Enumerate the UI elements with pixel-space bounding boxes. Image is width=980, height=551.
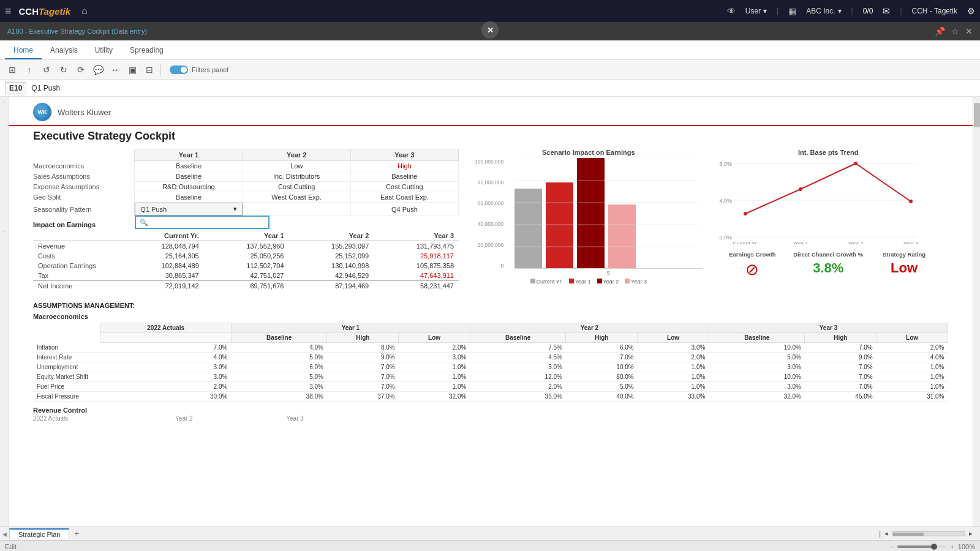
- table-row: Operation Earnings 102,884,489 112,502,7…: [33, 261, 459, 271]
- toolbar-grid-btn[interactable]: ⊞: [5, 62, 20, 77]
- tab-home[interactable]: Home: [5, 42, 42, 59]
- bar-chart-container: Scenario Impact on Earnings 100,000,000 …: [469, 149, 709, 293]
- grid-icon[interactable]: ▦: [788, 6, 796, 16]
- toolbar-refresh-btn[interactable]: ↻: [56, 62, 71, 77]
- tab-utility[interactable]: Utility: [86, 42, 121, 59]
- toolbar-upload-btn[interactable]: ↑: [22, 62, 37, 77]
- seasonality-dropdown-cell[interactable]: Q1 Push ▾: [135, 203, 243, 216]
- bar-year3: [608, 204, 636, 268]
- year1-header: Year 1: [135, 149, 243, 161]
- cch-tagetik-link[interactable]: CCH - Tagetik: [912, 7, 957, 15]
- macroeconomics-label: Macroeconomics: [33, 313, 948, 320]
- svg-text:0.0%: 0.0%: [719, 234, 732, 241]
- add-sheet-button[interactable]: +: [70, 528, 83, 539]
- assumptions-table: 2022 Actuals Year 1 Year 2 Year 3 Baseli…: [33, 323, 948, 402]
- status-bar: Edit − + 100%: [0, 540, 980, 551]
- status-label: Edit: [5, 543, 17, 550]
- year3-header: Year 3: [350, 149, 458, 161]
- star-button[interactable]: ☆: [951, 26, 959, 36]
- line-chart-title: Int. Base pts Trend: [715, 149, 943, 156]
- legend-item-y3: Year 3: [625, 279, 647, 285]
- line-chart-svg: 8.0% 4.0% 0.0%: [715, 159, 923, 244]
- zoom-minus-btn[interactable]: −: [890, 543, 894, 550]
- cell-reference[interactable]: E10: [5, 82, 26, 94]
- cell-y2-macro: Low: [243, 161, 350, 171]
- menu-icon[interactable]: ≡: [5, 5, 12, 18]
- zoom-plus-btn[interactable]: +: [950, 543, 954, 550]
- company-dropdown[interactable]: ABC Inc. ▾: [806, 7, 841, 15]
- kpi-direct-channel: Direct Channel Growth % 3.8%: [790, 251, 866, 279]
- left-column: Year 1 Year 2 Year 3 Macroeconomics Base…: [33, 149, 459, 293]
- user-dropdown[interactable]: User ▾: [745, 7, 767, 15]
- toolbar-separator: [160, 64, 161, 76]
- counter-badge: 0/0: [863, 7, 873, 15]
- impact-section: Impact on Earnings Current Yr. Year 1 Ye…: [33, 221, 459, 291]
- svg-text:Year 3: Year 3: [903, 241, 918, 244]
- tab-spreading[interactable]: Spreading: [121, 42, 172, 59]
- settings-icon[interactable]: ⚙: [967, 6, 975, 16]
- document-scroll-area[interactable]: WK Wolters Kluwer Executive Strategy Coc…: [9, 97, 973, 527]
- legend-item-y1: Year 1: [569, 279, 591, 285]
- close-dialog-button[interactable]: ✕: [481, 21, 499, 39]
- table-row: Tax 30,865,347 42,751,027 42,946,529 47,…: [33, 271, 459, 281]
- toolbar-expand-btn[interactable]: ↔: [108, 62, 123, 77]
- charts-column: Scenario Impact on Earnings 100,000,000 …: [469, 149, 948, 293]
- bar-year1: [546, 182, 573, 268]
- right-scrollbar[interactable]: [973, 97, 980, 527]
- zoom-thumb[interactable]: [931, 544, 937, 550]
- horizontal-scrollbar[interactable]: [892, 531, 965, 536]
- svg-point-15: [909, 200, 913, 203]
- zoom-percent: 100%: [958, 543, 975, 550]
- toolbar-sync-btn[interactable]: ⟳: [74, 62, 88, 77]
- dropdown-search-box: [135, 216, 270, 229]
- pin-button[interactable]: 📌: [935, 26, 945, 36]
- home-icon[interactable]: ⌂: [81, 6, 88, 17]
- kpi-earnings-growth: Earnings Growth ⊘: [715, 251, 791, 279]
- table-row: Expense Assumptions R&D Outsourcing Cost…: [33, 182, 459, 192]
- table-row: Equity Market Shift 3.0% 5.0% 7.0% 1.0% …: [33, 372, 948, 382]
- close-button[interactable]: ✕: [965, 26, 973, 36]
- doc-main-title: Executive Strategy Cockpit: [9, 126, 973, 145]
- cell-y1-macro: Baseline: [135, 161, 243, 171]
- toggle-switch[interactable]: [170, 66, 188, 74]
- table-row: Sales Assumptions Baseline Inc. Distribu…: [33, 171, 459, 182]
- toolbar-comment-btn[interactable]: 💬: [91, 62, 105, 77]
- direct-channel-value: 3.8%: [790, 260, 866, 276]
- scroll-sheet-left[interactable]: ◂: [884, 530, 888, 538]
- toolbar-layout-btn[interactable]: ▣: [125, 62, 140, 77]
- bar-chart-title: Scenario Impact on Earnings: [475, 149, 703, 156]
- svg-text:Year 1: Year 1: [793, 241, 808, 244]
- bottom-tabs-bar: ◂ Strategic Plan + | ◂ ▸: [0, 527, 980, 540]
- dropdown-search-input[interactable]: [136, 217, 268, 228]
- eye-icon[interactable]: 👁: [727, 6, 736, 16]
- mail-icon[interactable]: ✉: [883, 6, 890, 16]
- scroll-sheet-right[interactable]: ▸: [969, 530, 973, 538]
- zoom-slider[interactable]: [897, 545, 946, 548]
- toolbar-minus-btn[interactable]: ⊟: [142, 62, 157, 77]
- svg-point-12: [744, 212, 747, 216]
- sheet-tab-strategic-plan[interactable]: Strategic Plan: [9, 528, 69, 539]
- svg-point-13: [799, 187, 802, 191]
- kpi-row: Earnings Growth ⊘ Direct Channel Growth …: [715, 251, 943, 279]
- right-charts-panel: Int. Base pts Trend 8.0% 4.0% 0.0%: [709, 149, 949, 293]
- scroll-left-icon[interactable]: ◂: [2, 529, 7, 539]
- filter-toggle[interactable]: Filters panel: [170, 66, 228, 74]
- line-chart-area: 8.0% 4.0% 0.0%: [715, 159, 943, 246]
- bars-group: [514, 159, 703, 269]
- y-axis-labels: 100,000,000 80,000,000 60,000,000 40,000…: [475, 159, 503, 269]
- year2-header: Year 2: [243, 149, 350, 161]
- bar-current-yr: [514, 189, 542, 268]
- x-axis-label: 5: [514, 270, 703, 276]
- title-bar: A100 - Executive Strategy Cockpit (Data …: [0, 22, 980, 40]
- tab-analysis[interactable]: Analysis: [42, 42, 86, 59]
- scrollbar-thumb[interactable]: [974, 103, 980, 127]
- table-row: Fiscal Pressure 30.0% 38.0% 37.0% 32.0% …: [33, 392, 948, 402]
- table-row: Inflation 7.0% 4.0% 8.0% 2.0% 7.5% 6.0% …: [33, 343, 948, 353]
- toolbar-reset-btn[interactable]: ↺: [39, 62, 54, 77]
- cell-formula: Q1 Push: [31, 84, 60, 92]
- seasonality-dropdown[interactable]: Q1 Push ▾: [135, 203, 242, 216]
- legend-item-y2: Year 2: [597, 279, 619, 285]
- table-row: Interest Rate 4.0% 5.0% 9.0% 3.0% 4.5% 7…: [33, 353, 948, 362]
- nav-tabs: Home Analysis Utility Spreading: [0, 40, 980, 60]
- revenue-control-years-placeholder: 2022 Actuals Year 2 Year 3: [9, 415, 973, 422]
